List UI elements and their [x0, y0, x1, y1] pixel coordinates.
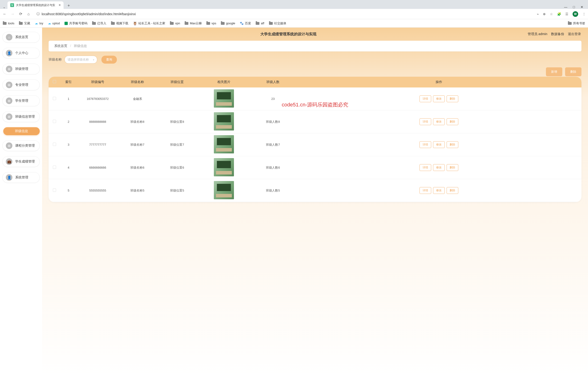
new-tab-button[interactable]: + [66, 2, 72, 9]
home-icon[interactable]: ⌂ [26, 12, 31, 16]
row-delete-button[interactable]: 删除 [447, 141, 458, 148]
bookmark-item[interactable]: Max云梯 [185, 21, 202, 25]
tab-title: 大学生成绩管理系统的设计与实 [16, 3, 57, 7]
sidebar-item[interactable]: ⌂系统首页 [2, 32, 40, 43]
bookmark-item[interactable]: 已导入 [92, 21, 106, 25]
bookmark-label: vps [212, 22, 216, 25]
row-checkbox[interactable] [53, 165, 56, 169]
row-detail-button[interactable]: 详情 [419, 95, 431, 102]
delete-button[interactable]: 删除 [565, 67, 581, 76]
cell-image [198, 135, 249, 154]
header-user[interactable]: 管理员 admin [528, 32, 547, 36]
forward-icon[interactable]: → [10, 12, 15, 16]
bookmark-item[interactable]: 共享账号密码 [65, 21, 87, 25]
row-detail-button[interactable]: 详情 [419, 118, 431, 125]
th-code: 班级编号 [77, 80, 119, 84]
extensions-icon[interactable]: 🧩 [557, 12, 561, 16]
row-edit-button[interactable]: 修改 [433, 164, 445, 171]
row-delete-button[interactable]: 删除 [447, 164, 458, 171]
bookmark-label: 社交媒体 [274, 21, 286, 25]
bookmark-item[interactable]: 宝藏 [19, 21, 30, 25]
breadcrumb-home[interactable]: 系统首页 [54, 44, 67, 48]
bookmark-item[interactable]: ☁uplod [48, 22, 60, 25]
browser-tab[interactable]: V 大学生成绩管理系统的设计与实 × [8, 1, 64, 9]
header-backup-link[interactable]: 数据备份 [551, 32, 564, 36]
row-delete-button[interactable]: 删除 [447, 187, 458, 194]
bookmark-label: aff [261, 22, 264, 25]
sidebar-item[interactable]: ⊞专业管理 [2, 80, 40, 90]
cell-name: 班级名称7 [119, 143, 156, 147]
row-delete-button[interactable]: 删除 [447, 95, 458, 102]
sidebar-item[interactable]: 班级信息 [3, 127, 40, 135]
sidebar-item[interactable]: 👤个人中心 [2, 48, 40, 59]
folder-icon [19, 22, 23, 25]
row-checkbox[interactable] [53, 143, 56, 146]
row-edit-button[interactable]: 修改 [433, 141, 445, 148]
query-button[interactable]: 查询 [102, 56, 117, 64]
bookmark-item[interactable]: 视频下载 [111, 21, 128, 25]
zoom-icon[interactable]: ⊕ [543, 12, 546, 16]
tab-close-icon[interactable]: × [59, 3, 61, 7]
sidebar-item-label: 系统管理 [15, 176, 28, 180]
reading-list-icon[interactable]: ☰ [565, 12, 568, 16]
star-icon[interactable]: ☆ [550, 12, 553, 16]
row-detail-button[interactable]: 详情 [419, 187, 431, 194]
maximize-icon[interactable]: □ [573, 5, 575, 9]
site-info-icon[interactable]: ⓘ [36, 12, 40, 16]
cell-image [198, 181, 249, 200]
bookmark-item[interactable]: aff [256, 22, 264, 25]
close-window-icon[interactable]: ✕ [580, 5, 583, 9]
address-bar[interactable]: ⓘ localhost:8080/springboot0q8e9/admin/d… [34, 11, 533, 17]
cell-index: 5 [60, 189, 77, 192]
bookmark-item[interactable]: vps [206, 22, 216, 25]
cell-count: 23 [249, 97, 296, 101]
key-icon[interactable]: ⌁ [537, 12, 539, 16]
folder-icon [185, 22, 188, 25]
menu-icon[interactable]: ⋮ [582, 12, 586, 16]
row-detail-button[interactable]: 详情 [419, 164, 431, 171]
row-checkbox[interactable] [53, 120, 56, 123]
sidebar-item[interactable]: ⊞班级信息管理 [2, 111, 40, 122]
bookmark-item[interactable]: 🐾百度 [240, 21, 251, 25]
table-body: 11678783053372金融系23详情修改删除28888888888班级名称… [49, 87, 581, 202]
folder-icon [170, 22, 174, 25]
window-controls: — □ ✕ [564, 5, 586, 9]
sidebar-item[interactable]: ⊞班级管理 [2, 64, 40, 74]
class-name-select[interactable]: 请选择班级名称 ▾ [65, 56, 97, 64]
row-delete-button[interactable]: 删除 [447, 118, 458, 125]
row-checkbox[interactable] [53, 97, 56, 100]
cell-location: 班级位置8 [156, 120, 198, 124]
bookmark-item[interactable]: vpn [170, 22, 180, 25]
sidebar-item[interactable]: 👤系统管理 [2, 172, 40, 183]
bookmark-item[interactable]: 社交媒体 [269, 21, 286, 25]
row-edit-button[interactable]: 修改 [433, 95, 445, 102]
sidebar-item[interactable]: 💼学生成绩管理 [2, 156, 40, 167]
back-icon[interactable]: ← [2, 12, 7, 16]
cell-name: 班级名称5 [119, 188, 156, 193]
tab-list-caret-icon[interactable]: ⌄ [3, 5, 6, 9]
classroom-image [214, 158, 234, 176]
minimize-icon[interactable]: — [564, 5, 567, 9]
row-edit-button[interactable]: 修改 [433, 187, 445, 194]
profile-avatar[interactable]: W [573, 11, 578, 17]
row-checkbox[interactable] [53, 188, 56, 192]
bookmark-all[interactable]: 所有书签 [568, 21, 585, 25]
bookmark-item[interactable]: google [221, 22, 235, 25]
add-button[interactable]: 新增 [546, 67, 562, 76]
sidebar-item[interactable]: ⊞课程分类管理 [2, 140, 40, 151]
bookmark-item[interactable]: ☁txy [35, 22, 43, 25]
bookmark-item[interactable]: tools [3, 22, 14, 25]
sidebar-item-label: 学生管理 [15, 99, 28, 103]
bookmark-item[interactable]: 🦉站长工具 - 站长之家 [133, 21, 165, 25]
bookmark-label: Max云梯 [190, 21, 202, 25]
cell-name: 金融系 [119, 97, 156, 101]
select-all-checkbox[interactable] [53, 80, 56, 83]
th-name: 班级名称 [119, 80, 156, 84]
header-logout-link[interactable]: 退出登录 [568, 32, 581, 36]
reload-icon[interactable]: ⟳ [18, 12, 23, 16]
bookmark-label: 宝藏 [24, 21, 30, 25]
sidebar-item[interactable]: ⊞学生管理 [2, 95, 40, 106]
breadcrumb-sep: / [70, 44, 71, 48]
row-edit-button[interactable]: 修改 [433, 118, 445, 125]
row-detail-button[interactable]: 详情 [419, 141, 431, 148]
